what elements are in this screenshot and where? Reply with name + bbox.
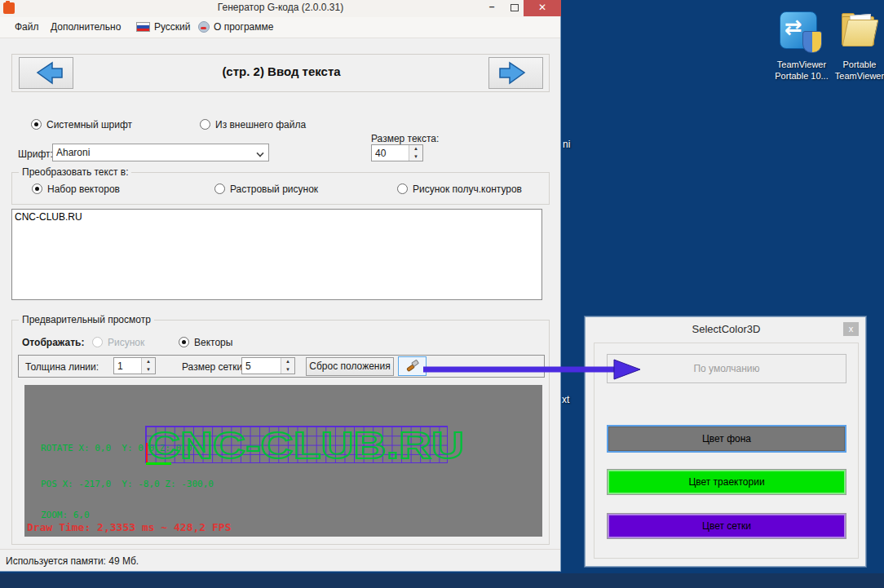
- selectcolor3d-dialog: SelectColor3D x По умолчанию Цвет фона Ц…: [585, 316, 866, 567]
- taskbar[interactable]: [0, 573, 884, 588]
- radio-picture: [92, 337, 103, 347]
- hidden-icon-label-fragment-bottom: xt: [562, 394, 569, 405]
- display-label: Отображать:: [22, 337, 84, 348]
- minimize-button[interactable]: –: [481, 0, 502, 16]
- origin-x-axis-mark: [146, 443, 148, 464]
- trajectory-color-button[interactable]: Цвет траектории: [607, 469, 846, 495]
- maximize-icon: [511, 4, 519, 11]
- text-size-spinner[interactable]: 40 ▲▼: [371, 144, 423, 161]
- default-colors-button[interactable]: По умолчанию: [607, 354, 846, 383]
- status-bar: Используется памяти: 49 Мб.: [0, 549, 560, 571]
- preview-canvas[interactable]: ROTATE X: 0,0 Y: 0,0 Z: 0,0 CNC-CLUB.RU …: [24, 385, 542, 537]
- radio-contours-label: Рисунок получ.контуров: [413, 183, 522, 195]
- close-button[interactable]: ✕: [524, 0, 561, 16]
- origin-y-axis-mark: [146, 462, 171, 465]
- radio-raster-label: Растровый рисунок: [230, 183, 318, 195]
- grid-size-label: Размер сетки:: [182, 361, 245, 373]
- menu-file[interactable]: Файл: [15, 21, 39, 33]
- draw-time-readout: Draw Time: 2,3353 ms ~ 428,2 FPS: [27, 521, 231, 533]
- portable-folder-desktop-icon[interactable]: [840, 11, 879, 51]
- menu-extra[interactable]: Дополнительно: [51, 21, 121, 33]
- radio-vectors-set-label: Набор векторов: [47, 183, 120, 195]
- hidden-icon-label-fragment-top: ni: [563, 139, 570, 150]
- radio-vectors-view-label: Векторы: [194, 337, 232, 348]
- reset-position-button[interactable]: Сброс положения: [306, 357, 394, 376]
- spinner-buttons[interactable]: ▲▼: [409, 145, 422, 161]
- paintbrush-icon: [404, 359, 421, 375]
- spinner-down-icon[interactable]: ▼: [142, 366, 155, 374]
- desktop: Генератор G-кода (2.0.0.31) – ✕ Файл Доп…: [0, 0, 884, 588]
- convert-group-title: Преобразовать текст в:: [19, 166, 131, 178]
- convert-groupbox: Преобразовать текст в: Набор векторов Ра…: [11, 172, 550, 205]
- radio-external-file[interactable]: [200, 119, 210, 130]
- preview-toolbar: Толщина линии: 1 ▲▼ Размер сетки: 5 ▲▼ С…: [18, 355, 545, 378]
- maximize-button[interactable]: [504, 0, 525, 16]
- line-width-label: Толщина линии:: [25, 361, 99, 373]
- nav-panel: (стр. 2) Ввод текста: [11, 54, 550, 92]
- chevron-down-icon: [257, 150, 263, 157]
- radio-raster[interactable]: [214, 183, 225, 194]
- font-select[interactable]: Aharoni: [52, 144, 269, 161]
- about-icon: [198, 21, 210, 33]
- dialog-panel: По умолчанию Цвет фона Цвет траектории Ц…: [594, 343, 859, 559]
- dialog-title: SelectColor3D: [586, 323, 867, 335]
- radio-system-font-label: Системный шрифт: [46, 119, 132, 130]
- main-window: Генератор G-кода (2.0.0.31) – ✕ Файл Доп…: [0, 0, 561, 572]
- window-title: Генератор G-кода (2.0.0.31): [0, 2, 561, 13]
- menu-language[interactable]: Русский: [154, 21, 191, 33]
- radio-vectors-set[interactable]: [32, 183, 42, 194]
- text-size-value: 40: [375, 148, 386, 159]
- preview-group-title: Предварительный просмотр: [19, 314, 154, 325]
- background-color-button[interactable]: Цвет фона: [607, 425, 846, 453]
- menu-bar: Файл Дополнительно Русский О программе: [0, 17, 560, 38]
- pos-readout: POS X: -217,0 Y: -8,0 Z: -300,0: [41, 479, 214, 489]
- radio-system-font[interactable]: [31, 119, 42, 130]
- spinner-buttons[interactable]: ▲▼: [141, 358, 155, 374]
- color-picker-button[interactable]: [398, 356, 427, 376]
- text-size-label: Размер текста:: [371, 133, 439, 144]
- dialog-close-button[interactable]: x: [843, 322, 859, 336]
- folder-front: [842, 20, 878, 46]
- radio-contours[interactable]: [397, 183, 408, 194]
- russian-flag-icon: [136, 22, 150, 32]
- spinner-down-icon[interactable]: ▼: [409, 153, 422, 161]
- grid-size-spinner[interactable]: 5 ▲▼: [241, 357, 295, 374]
- font-label: Шрифт:: [18, 148, 53, 160]
- vector-text: CNC-CLUB.RU: [148, 425, 505, 466]
- grid-color-button[interactable]: Цвет сетки: [607, 513, 846, 539]
- line-width-spinner[interactable]: 1 ▲▼: [113, 357, 156, 374]
- spinner-up-icon[interactable]: ▲: [142, 358, 155, 366]
- folder-icon-label[interactable]: Portable TeamViewer: [827, 59, 884, 82]
- radio-external-file-label: Из внешнего файла: [215, 119, 306, 130]
- spinner-buttons[interactable]: ▲▼: [281, 358, 294, 374]
- arrow-right-icon: [489, 58, 542, 88]
- radio-picture-label: Рисунок: [108, 337, 144, 348]
- spinner-up-icon[interactable]: ▲: [409, 145, 422, 153]
- line-width-value: 1: [117, 360, 123, 372]
- font-select-value: Aharoni: [56, 147, 90, 158]
- vector-grid: CNC-CLUB.RU: [145, 426, 448, 463]
- menu-about[interactable]: О программе: [214, 21, 273, 33]
- memory-status: Используется памяти: 49 Мб.: [6, 555, 139, 567]
- zoom-readout: ZOOM: 6,0: [41, 510, 90, 520]
- spinner-up-icon[interactable]: ▲: [281, 358, 294, 366]
- grid-size-value: 5: [245, 360, 251, 372]
- title-bar[interactable]: Генератор G-кода (2.0.0.31) – ✕: [0, 0, 560, 17]
- teamviewer-desktop-icon[interactable]: [780, 11, 822, 54]
- shield-icon: [802, 31, 822, 53]
- radio-vectors-view[interactable]: [179, 337, 189, 347]
- spinner-down-icon[interactable]: ▼: [281, 366, 294, 374]
- next-page-button[interactable]: [488, 57, 543, 89]
- text-input[interactable]: CNC-CLUB.RU: [11, 209, 542, 300]
- page-title: (стр. 2) Ввод текста: [12, 64, 550, 78]
